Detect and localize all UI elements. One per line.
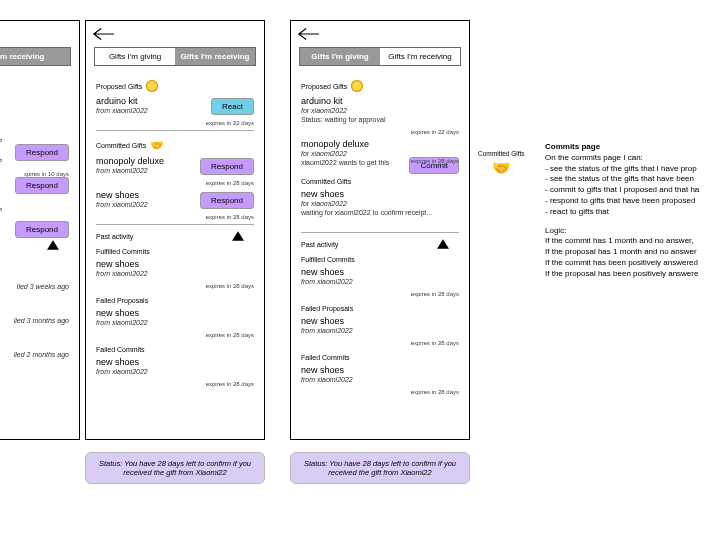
gift-status: Status: waiting for approval xyxy=(301,116,459,123)
expiry: expires in 28 days xyxy=(411,340,459,346)
collapse-icon[interactable] xyxy=(437,239,449,251)
q-text: d you receive it? xyxy=(0,207,69,214)
notes-block: Commits page On the commits page I can: … xyxy=(545,142,720,280)
gift-row: new shoes from xiaomi2022 expires in 28 … xyxy=(301,365,459,395)
back-icon[interactable] xyxy=(297,27,319,43)
expiry: expires in 28 days xyxy=(206,381,254,387)
section-committed: Committed Gifts🤝 xyxy=(96,139,254,152)
tab-giving[interactable]: Gifts I'm giving xyxy=(300,48,380,65)
handshake-icon: 🤝 xyxy=(478,159,525,177)
gift-row: monopoly deluxe from xiaomi2022 Respond … xyxy=(96,156,254,186)
aside-label: Committed Gifts 🤝 xyxy=(478,150,525,177)
notes-title: Commits page xyxy=(545,142,720,153)
section-fulfilled: Fulfilled Commits xyxy=(96,248,254,255)
age-text: iled 3 months ago xyxy=(0,317,69,324)
gift-from: from xiaomi2022 xyxy=(301,327,459,334)
expiry: expires in 28 days xyxy=(411,158,459,164)
gift-title: new shoes xyxy=(301,365,459,375)
section-proposed: Proposed Gifts xyxy=(96,80,254,92)
gift-title: monopoly deluxe xyxy=(301,139,459,149)
svg-marker-0 xyxy=(47,240,59,250)
respond-button[interactable]: Respond xyxy=(200,192,254,209)
section-proposed: Proposed Gifts xyxy=(301,80,459,92)
gift-row: new shoes from xiaomi2022 expires in 28 … xyxy=(301,316,459,346)
handshake-icon: 🤝 xyxy=(150,139,164,152)
back-icon[interactable] xyxy=(92,27,114,43)
gift-title: new shoes xyxy=(301,316,459,326)
gift-row: arduino kit from xiaomi2022 React expire… xyxy=(96,96,254,126)
phone-partial: Gifts I'm receiving d you receive it? ex… xyxy=(0,20,80,440)
expiry: expires in 28 days xyxy=(206,283,254,289)
age-text: iled 2 months ago xyxy=(0,351,69,358)
phone-giving: Gifts I'm giving Gifts I'm receiving Pro… xyxy=(290,20,470,440)
gift-row: arduino kit for xiaomi2022 Status: waiti… xyxy=(301,96,459,135)
age-text: iled 3 weeks ago xyxy=(0,283,69,290)
gift-row: monopoly deluxe for xiaomi2022 xiaomi202… xyxy=(301,139,459,178)
gift-title: new shoes xyxy=(301,267,459,277)
gift-row: new shoes from xiaomi2022 Respond expire… xyxy=(96,190,254,220)
section-failed-prop: Failed Proposals xyxy=(96,297,254,304)
svg-marker-1 xyxy=(232,231,244,241)
gift-status: waiting for xiaomi2022 to confirm receip… xyxy=(301,209,459,216)
section-failed-com: Failed Commits xyxy=(96,346,254,353)
respond-button[interactable]: Respond xyxy=(15,221,69,238)
section-past: Past activity xyxy=(96,233,254,240)
status-bar: Status: You have 28 days left to confirm… xyxy=(290,452,470,484)
gift-title: new shoes xyxy=(301,189,459,199)
expiry: expires in 28 days xyxy=(411,291,459,297)
gift-from: from xiaomi2022 xyxy=(301,376,459,383)
gift-from: from xiaomi2022 xyxy=(96,368,254,375)
svg-marker-2 xyxy=(437,239,449,249)
phone-receiving: Gifts I'm giving Gifts I'm receiving Pro… xyxy=(85,20,265,440)
gift-row: new shoes for xiaomi2022 waiting for xia… xyxy=(301,189,459,228)
expiry: expires in 22 days xyxy=(206,120,254,126)
ribbon-icon xyxy=(351,80,363,92)
collapse-icon[interactable] xyxy=(232,231,244,243)
section-committed: Committed Gifts xyxy=(301,178,459,185)
tab-receiving[interactable]: Gifts I'm receiving xyxy=(0,48,70,65)
face-row xyxy=(0,118,69,132)
expiry: expires in 28 days xyxy=(411,389,459,395)
face-row xyxy=(0,100,69,114)
ribbon-icon xyxy=(146,80,158,92)
gift-title: new shoes xyxy=(96,259,254,269)
gift-for: for xiaomi2022 xyxy=(301,107,459,114)
gift-title: new shoes xyxy=(96,308,254,318)
section-failed-com: Failed Commits xyxy=(301,354,459,361)
gift-from: from xiaomi2022 xyxy=(96,270,254,277)
respond-button[interactable]: Respond xyxy=(15,177,69,194)
gift-from: from xiaomi2022 xyxy=(96,319,254,326)
gift-row: new shoes from xiaomi2022 expires in 28 … xyxy=(301,267,459,297)
react-button[interactable]: React xyxy=(211,98,254,115)
expiry: expires in 28 days xyxy=(206,180,254,186)
tab-giving[interactable]: Gifts I'm giving xyxy=(95,48,175,65)
gift-row: new shoes from xiaomi2022 expires in 28 … xyxy=(96,357,254,387)
gift-for: for xiaomi2022 xyxy=(301,150,459,157)
gift-title: new shoes xyxy=(96,357,254,367)
status-bar: Status: You have 28 days left to confirm… xyxy=(85,452,265,484)
section-past: Past activity xyxy=(301,241,459,248)
collapse-icon[interactable] xyxy=(47,240,59,252)
tab-receiving[interactable]: Gifts I'm receiving xyxy=(380,48,460,65)
gift-from: from xiaomi2022 xyxy=(301,278,459,285)
expiry: expires in 28 days xyxy=(206,214,254,220)
tab-receiving[interactable]: Gifts I'm receiving xyxy=(175,48,255,65)
gift-row: new shoes from xiaomi2022 expires in 28 … xyxy=(96,259,254,289)
respond-button[interactable]: Respond xyxy=(15,144,69,161)
respond-button[interactable]: Respond xyxy=(200,158,254,175)
expiry: expires in 22 days xyxy=(411,129,459,135)
section-failed-prop: Failed Proposals xyxy=(301,305,459,312)
section-fulfilled: Fulfilled Commits xyxy=(301,256,459,263)
gift-row: new shoes from xiaomi2022 expires in 28 … xyxy=(96,308,254,338)
gift-title: arduino kit xyxy=(301,96,459,106)
gift-for: for xiaomi2022 xyxy=(301,200,459,207)
expiry: expires in 28 days xyxy=(206,332,254,338)
